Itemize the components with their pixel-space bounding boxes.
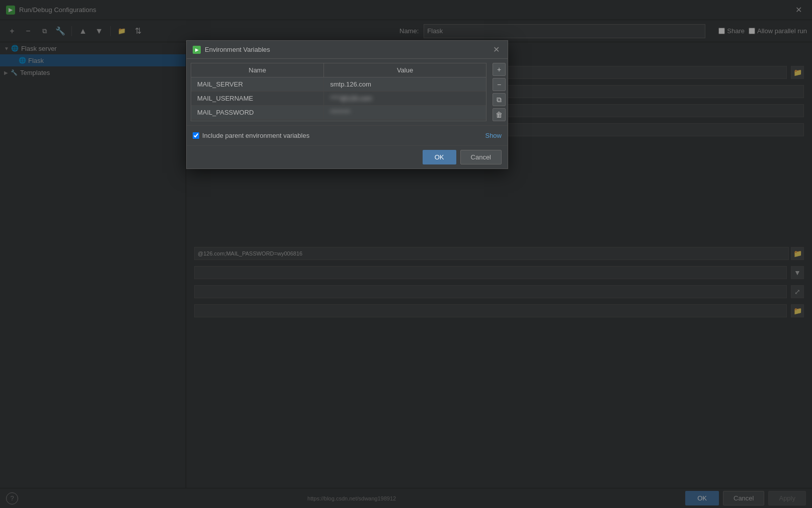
environment-variables-dialog: ▶ Environment Variables ✕ Name Value MAI… [186, 40, 508, 169]
env-value-cell: ****@126.com [324, 92, 486, 106]
remove-env-button[interactable]: − [493, 78, 506, 91]
show-link[interactable]: Show [485, 132, 502, 139]
env-name-cell: MAIL_SERVER [191, 77, 324, 92]
col-value-header: Value [324, 63, 486, 77]
dialog-body: Name Value MAIL_SERVER smtp.126.com MAIL… [187, 59, 508, 125]
table-row[interactable]: MAIL_USERNAME ****@126.com [191, 92, 486, 106]
include-env-checkbox[interactable] [193, 132, 199, 139]
env-table-area: Name Value MAIL_SERVER smtp.126.com MAIL… [191, 63, 486, 121]
dialog-title: Environment Variables [205, 46, 487, 53]
copy-env-button[interactable]: ⧉ [493, 93, 506, 106]
modal-overlay: ▶ Environment Variables ✕ Name Value MAI… [0, 0, 812, 508]
table-row[interactable]: MAIL_SERVER smtp.126.com [191, 77, 486, 92]
dialog-title-bar: ▶ Environment Variables ✕ [187, 41, 508, 59]
env-value-cell: ******** [324, 106, 486, 120]
delete-env-button[interactable]: 🗑 [493, 108, 506, 121]
dialog-icon: ▶ [193, 46, 201, 54]
env-name-cell: MAIL_USERNAME [191, 92, 324, 106]
add-env-button[interactable]: + [493, 63, 506, 76]
dialog-actions: + − ⧉ 🗑 [491, 59, 508, 125]
include-env-label: Include parent environment variables [202, 132, 309, 139]
col-name-header: Name [191, 63, 324, 77]
env-value-cell: smtp.126.com [324, 77, 486, 92]
dialog-ok-button[interactable]: OK [423, 150, 456, 164]
dialog-footer: Include parent environment variables Sho… [187, 125, 508, 145]
dialog-button-row: OK Cancel [187, 145, 508, 168]
env-table: Name Value MAIL_SERVER smtp.126.com MAIL… [191, 63, 486, 120]
env-name-cell: MAIL_PASSWORD [191, 106, 324, 120]
dialog-close-button[interactable]: ✕ [491, 45, 502, 54]
include-env-row: Include parent environment variables [193, 132, 309, 139]
dialog-cancel-button[interactable]: Cancel [460, 150, 502, 164]
table-row[interactable]: MAIL_PASSWORD ******** [191, 106, 486, 120]
